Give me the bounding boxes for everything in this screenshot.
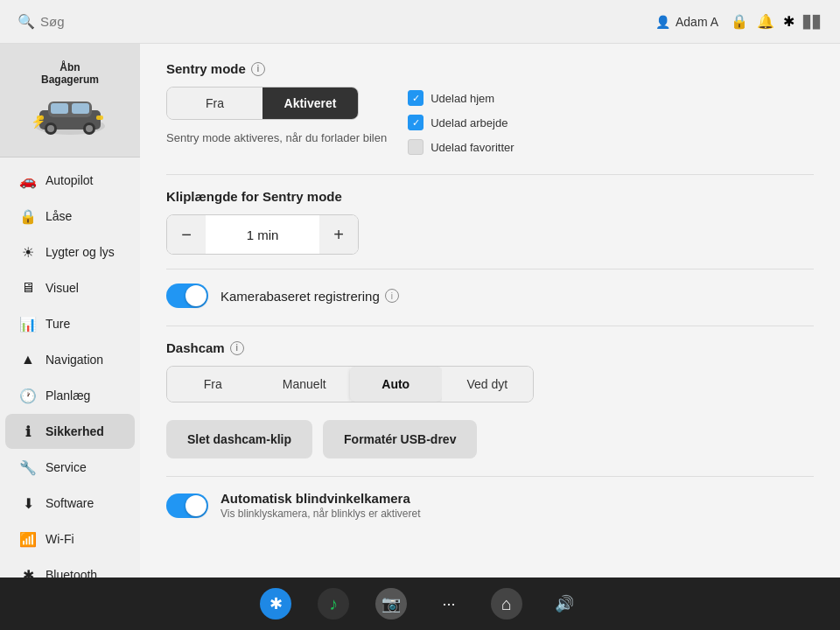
- svg-rect-10: [96, 116, 103, 120]
- divider-3: [166, 326, 814, 326]
- lock-sidebar-icon: 🔒: [19, 207, 37, 225]
- bottom-camera-icon[interactable]: 📷: [375, 588, 407, 620]
- svg-rect-3: [51, 103, 68, 114]
- action-buttons: Slet dashcam-klip Formatér USB-drev: [166, 420, 814, 458]
- service-icon: 🔧: [19, 458, 37, 476]
- camera-registration-label: Kamerabaseret registrering i: [220, 289, 399, 304]
- software-icon: ⬇: [19, 494, 37, 512]
- sentry-description: Sentry mode aktiveres, når du forlader b…: [166, 130, 387, 146]
- bottom-volume-icon[interactable]: 🔊: [549, 588, 580, 620]
- checkbox-favoritter-check[interactable]: [408, 139, 424, 155]
- checkbox-hjem-check[interactable]: [408, 90, 424, 106]
- sidebar-item-lygter[interactable]: ☀ Lygter og lys: [5, 234, 135, 270]
- sidebar-item-laase[interactable]: 🔒 Låse: [5, 199, 135, 234]
- status-icons: 🔒 🔔 ✱ ▊▊: [731, 13, 822, 30]
- camera-info-icon[interactable]: i: [385, 289, 399, 303]
- clip-length-counter: − 1 min +: [166, 214, 359, 255]
- camera-registration-row: Kamerabaseret registrering i: [166, 284, 814, 308]
- search-input[interactable]: [40, 14, 206, 29]
- sidebar: 🚗 Autopilot 🔒 Låse ☀ Lygter og lys 🖥 Vis…: [0, 158, 140, 578]
- sentry-toggle-group: Fra Aktiveret: [166, 87, 359, 120]
- clip-minus-button[interactable]: −: [167, 215, 206, 254]
- sentry-info-icon[interactable]: i: [251, 62, 265, 76]
- divider-4: [166, 476, 814, 477]
- checkbox-hjem[interactable]: Udelad hjem: [408, 90, 514, 106]
- svg-text:⚡: ⚡: [31, 115, 46, 130]
- lights-icon: ☀: [19, 243, 37, 261]
- sidebar-item-software[interactable]: ⬇ Software: [5, 486, 135, 521]
- bluetooth-sidebar-icon: ✱: [19, 566, 37, 578]
- sidebar-item-ture[interactable]: 📊 Ture: [5, 306, 135, 341]
- toggle-knob: [186, 285, 206, 306]
- svg-point-6: [47, 125, 54, 132]
- dashcam-title: Dashcam i: [166, 340, 814, 355]
- bottom-spotify-icon[interactable]: ♪: [318, 588, 349, 620]
- bluetooth-icon: ✱: [783, 13, 794, 30]
- blind-spot-toggle-knob: [186, 495, 206, 516]
- sentry-off-button[interactable]: Fra: [167, 88, 262, 119]
- autopilot-icon: 🚗: [19, 172, 37, 189]
- sidebar-item-visuel[interactable]: 🖥 Visuel: [5, 270, 135, 305]
- user-name: 👤 Adam A: [655, 15, 718, 29]
- sentry-on-button[interactable]: Aktiveret: [262, 88, 358, 119]
- delete-dashcam-button[interactable]: Slet dashcam-klip: [166, 420, 312, 458]
- sentry-title: Sentry mode i: [166, 61, 814, 76]
- dashcam-info-icon[interactable]: i: [230, 341, 244, 355]
- blind-spot-text: Automatisk blindvinkelkamera Vis blinkly…: [220, 491, 421, 520]
- sidebar-item-navigation[interactable]: ▲ Navigation: [5, 342, 135, 377]
- divider-1: [166, 174, 814, 175]
- checkbox-arbejde-check[interactable]: [408, 115, 424, 130]
- car-open-label: Åbn Bagagerum: [41, 61, 99, 86]
- blind-spot-row: Automatisk blindvinkelkamera Vis blinkly…: [166, 491, 814, 520]
- bell-icon: 🔔: [757, 13, 774, 30]
- car-area: Åbn Bagagerum ⚡: [0, 44, 140, 158]
- checkbox-arbejde[interactable]: Udelad arbejde: [408, 115, 514, 130]
- divider-2: [166, 269, 814, 270]
- blind-spot-toggle[interactable]: [166, 494, 208, 518]
- navigation-icon: ▲: [19, 351, 37, 368]
- clip-plus-button[interactable]: +: [319, 215, 358, 254]
- blind-spot-description: Vis blinklyskamera, når blinklys er akti…: [220, 508, 421, 520]
- dashcam-button-group: Fra Manuelt Auto Ved dyt: [166, 366, 534, 402]
- sidebar-item-sikkerhed[interactable]: ℹ Sikkerhed: [5, 414, 135, 449]
- svg-point-8: [86, 125, 93, 132]
- clip-length-section: Kliplængde for Sentry mode − 1 min +: [166, 189, 814, 255]
- car-image: ⚡: [26, 91, 114, 139]
- bottom-bar: ✱ ♪ 📷 ··· ⌂ 🔊: [0, 578, 840, 630]
- dashcam-auto-button[interactable]: Auto: [350, 367, 442, 402]
- wifi-icon: 📶: [19, 530, 37, 548]
- dashcam-ved-dyt-button[interactable]: Ved dyt: [442, 367, 534, 402]
- status-right: 👤 Adam A 🔒 🔔 ✱ ▊▊: [655, 13, 822, 30]
- bottom-bluetooth-icon[interactable]: ✱: [260, 588, 291, 620]
- search-icon: 🔍: [18, 13, 35, 30]
- blind-spot-label: Automatisk blindvinkelkamera: [220, 491, 421, 506]
- dashcam-section: Dashcam i Fra Manuelt Auto Ved dyt: [166, 340, 814, 402]
- visual-icon: 🖥: [19, 279, 37, 297]
- plan-icon: 🕐: [19, 387, 37, 404]
- clip-value: 1 min: [206, 228, 319, 242]
- format-usb-button[interactable]: Formatér USB-drev: [323, 420, 477, 458]
- sidebar-item-autopilot[interactable]: 🚗 Autopilot: [5, 163, 135, 198]
- dashcam-manuelt-button[interactable]: Manuelt: [259, 367, 351, 402]
- trips-icon: 📊: [19, 315, 37, 332]
- camera-registration-toggle[interactable]: [166, 284, 208, 308]
- bottom-home-icon[interactable]: ⌂: [491, 588, 522, 620]
- security-icon: ℹ: [19, 423, 37, 440]
- sentry-section: Sentry mode i Fra Aktiveret Sentry mode …: [166, 61, 814, 160]
- sidebar-item-wifi[interactable]: 📶 Wi-Fi: [5, 522, 135, 556]
- sidebar-item-service[interactable]: 🔧 Service: [5, 450, 135, 485]
- checkbox-favoritter[interactable]: Udelad favoritter: [408, 139, 514, 155]
- user-icon: 👤: [655, 15, 670, 29]
- signal-icon: ▊▊: [803, 15, 822, 29]
- clip-length-title: Kliplængde for Sentry mode: [166, 189, 814, 204]
- sidebar-item-bluetooth[interactable]: ✱ Bluetooth: [5, 557, 135, 578]
- svg-rect-4: [72, 103, 89, 114]
- main-content: Sentry mode i Fra Aktiveret Sentry mode …: [140, 44, 840, 578]
- status-bar: 🔍 👤 Adam A 🔒 🔔 ✱ ▊▊: [0, 0, 840, 44]
- bottom-menu-icon[interactable]: ···: [433, 588, 465, 620]
- search-box[interactable]: 🔍: [18, 13, 655, 30]
- dashcam-fra-button[interactable]: Fra: [167, 367, 259, 402]
- sidebar-item-planlaeg[interactable]: 🕐 Planlæg: [5, 378, 135, 413]
- lock-icon: 🔒: [731, 13, 748, 30]
